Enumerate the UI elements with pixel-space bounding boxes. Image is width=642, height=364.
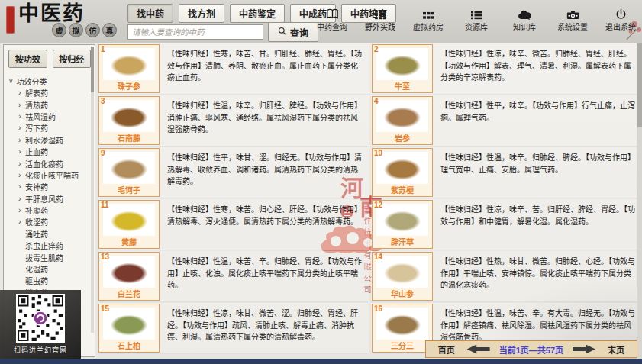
prev-page-button[interactable]	[467, 345, 490, 354]
sidebar-tree-item[interactable]: › 拔毒生肌药	[8, 251, 92, 263]
herb-photo-frame[interactable]: 10 紫苏梗	[372, 148, 433, 197]
sidebar-tree-item[interactable]: › 平肝息风药	[8, 193, 92, 205]
herb-photo	[376, 256, 428, 288]
herb-name: 紫苏梗	[373, 184, 432, 195]
sidebar-tree-item[interactable]: › 驱虫药	[8, 275, 92, 286]
sidebar-tab-by-meridian[interactable]: 按归经	[53, 50, 92, 68]
herb-index: 15	[101, 304, 109, 313]
sidebar-tree-item[interactable]: › 祛风湿药	[8, 111, 92, 122]
sidebar-tree-item[interactable]: › 化痰止咳平喘药	[8, 169, 92, 181]
herb-photo-frame[interactable]: 3 石南藤	[98, 96, 160, 145]
herb-name: 石南藤	[99, 132, 159, 143]
herb-index: 10	[374, 149, 382, 157]
sidebar-tree-item[interactable]: › 杀虫止痒药	[8, 240, 92, 251]
herb-name: 华山参	[373, 288, 432, 299]
logo-badge: 拟	[69, 23, 83, 37]
toolbar-item[interactable]: 系统设置	[554, 7, 591, 32]
herb-photo-frame[interactable]: 9 毛诃子	[98, 148, 160, 197]
herb-description: 【性味归经】性凉，味甘、微苦、涩。归肺经、胃经、肝经。【功效与作用】疏风、清肺止…	[160, 303, 369, 343]
herb-card[interactable]: 11 黄藤 【性味归经】性寒，味苦。归心经、肝经。【功效与作用】清热解毒、泻火通…	[98, 199, 369, 250]
herb-photo	[103, 100, 155, 132]
logo-subtitle-badges: 虚拟仿真	[52, 23, 117, 37]
sidebar-tree-item[interactable]: › 补虚药	[8, 205, 92, 216]
first-page-button[interactable]: 首页	[435, 343, 458, 356]
herb-index: 1	[101, 45, 105, 53]
tree-root-node[interactable]: ∨ 功效分类	[8, 75, 92, 87]
sidebar-tab-by-effect[interactable]: 按功效	[8, 50, 47, 68]
herb-card[interactable]: 9 毛诃子 【性味归经】性平，味甘、涩。归经无。【功效与作用】清热解毒、收敛养血…	[98, 147, 369, 198]
sidebar-scrollbar[interactable]	[91, 47, 94, 333]
herb-photo-frame[interactable]: 1 珠子参	[98, 44, 160, 93]
chevron-right-icon: ›	[18, 159, 22, 168]
herb-description: 【性味归经】性热，味甘、微苦。归肺经、心经。【功效与作用】平喘止咳、安神镇惊。属…	[433, 251, 642, 292]
sidebar-tree-item[interactable]: › 活血化瘀药	[8, 157, 92, 169]
herb-photo-frame[interactable]: 13 白兰花	[98, 252, 160, 301]
field-grid-icon	[375, 7, 386, 20]
sidebar-tree-item[interactable]: › 清热药	[8, 98, 92, 110]
herb-photo-frame[interactable]: 11 黄藤	[98, 200, 160, 249]
logo-badge: 真	[102, 23, 117, 37]
search-button[interactable]: 查询	[268, 22, 318, 42]
toolbar-item[interactable]: 中药查询	[314, 7, 350, 32]
herb-index: 12	[374, 201, 382, 209]
page-indicator: 当前1页—共57页	[499, 343, 563, 356]
herb-photo-frame[interactable]: 16 三分三	[372, 304, 433, 353]
herb-index: 3	[101, 97, 105, 105]
chevron-right-icon: ›	[18, 136, 22, 144]
herb-description: 【性味归经】性凉，味辛、苦。归肝经、脾经、胃经。【功效与作用】和中健胃，解暑化湿…	[433, 199, 642, 227]
search-bar: 查询	[127, 22, 318, 42]
herb-card[interactable]: 12 辟汗草 【性味归经】性凉，味辛、苦。归肝经、脾经、胃经。【功效与作用】和中…	[371, 199, 642, 250]
herb-card[interactable]: 1 珠子参 【性味归经】性寒，味苦、甘。归肝经、肺经、胃经。【功效与作用】清肺、…	[98, 43, 369, 95]
herb-photo	[103, 308, 155, 340]
nav-button[interactable]: 找方剂	[179, 4, 224, 23]
herb-photo-frame[interactable]: 15 石上柏	[98, 304, 160, 353]
toolbar-item[interactable]: 虚拟药房	[410, 7, 447, 32]
herb-card[interactable]: 13 白兰花 【性味归经】性温，味苦、辛。归肺经、胃经。【功效与作用】止咳、化浊…	[98, 251, 369, 302]
logo-badge: 虚	[52, 23, 66, 37]
herb-card[interactable]: 3 石南藤 【性味归经】性温，味辛。归肝经、脾经。【功效与作用】消肿止痛、驱风寒…	[98, 95, 369, 147]
toolbar-item[interactable]: 资源库	[458, 7, 495, 32]
sidebar-tree-item[interactable]: › 涌吐药	[8, 228, 92, 240]
content-scrollbar[interactable]	[637, 43, 642, 364]
herb-photo-frame[interactable]: 14 华山参	[372, 252, 433, 301]
herb-description: 【性味归经】性寒，味苦、甘。归肝经、肺经、胃经。【功效与作用】清肺、养阴、散瘀止…	[160, 43, 369, 84]
herb-description: 【性味归经】性凉，味辛、微苦。归肺经、胃经、肝经。【功效与作用】解表、理气、清暑…	[433, 43, 642, 84]
herb-card[interactable]: 10 紫苏梗 【性味归经】性温，味辛。归肺经、脾经。【功效与作用】理气宽中、止痛…	[371, 147, 642, 198]
herb-photo-frame[interactable]: 4 岩参	[372, 96, 433, 145]
toolbar-item[interactable]: 知识库	[506, 7, 543, 32]
herb-photo-frame[interactable]: 12 辟汗草	[372, 200, 433, 249]
herb-photo-frame[interactable]: 2 牛至	[372, 44, 433, 93]
sidebar-tree-item[interactable]: › 泻下药	[8, 122, 92, 134]
header-toolbar: 中药查询 野外实践 虚拟药房 资源库 知识库 系统设置 退出系统	[314, 7, 639, 32]
header: 中医药 虚拟仿真 找中药找方剂中药鉴定中成药中药培育 查询 中药查询 野外实践 …	[0, 0, 642, 43]
sidebar-tree-item[interactable]: › 利水渗湿药	[8, 134, 92, 146]
sidebar-tree-item[interactable]: › 安神药	[8, 181, 92, 192]
toolbar-item[interactable]: 野外实践	[362, 7, 398, 32]
herb-card[interactable]: 2 牛至 【性味归经】性凉，味辛、微苦。归肺经、胃经、肝经。【功效与作用】解表、…	[371, 43, 642, 95]
herb-photo	[376, 48, 428, 80]
herb-name: 牛至	[373, 80, 432, 92]
herb-name: 岩参	[373, 132, 432, 143]
sidebar-tree-item[interactable]: › 化湿药	[8, 263, 92, 275]
herb-photo	[103, 204, 155, 236]
nav-button[interactable]: 中药鉴定	[230, 4, 285, 23]
last-page-button[interactable]: 末页	[605, 343, 627, 356]
next-page-button[interactable]	[573, 345, 595, 354]
herb-name: 石上柏	[99, 340, 159, 351]
sidebar-tree-item[interactable]: › 止血药	[8, 146, 92, 157]
power-icon	[615, 7, 627, 20]
herb-photo	[103, 48, 155, 80]
herb-description: 【性味归经】性平，味甘、涩。归经无。【功效与作用】清热解毒、收敛养血、调和诸药。…	[160, 147, 369, 188]
herb-card[interactable]: 15 石上柏 【性味归经】性凉，味甘、微苦、涩。归肺经、胃经、肝经。【功效与作用…	[98, 303, 369, 354]
herb-name: 白兰花	[99, 288, 159, 299]
search-input[interactable]	[127, 24, 263, 40]
nav-button[interactable]: 找中药	[127, 4, 173, 23]
sidebar-tree-item[interactable]: › 解表药	[8, 87, 92, 98]
toolbar-item[interactable]: 退出系统	[602, 7, 639, 32]
herb-card[interactable]: 14 华山参 【性味归经】性热，味甘、微苦。归肺经、心经。【功效与作用】平喘止咳…	[371, 251, 642, 302]
herb-description: 【性味归经】性温，味苦、辛。有大毒。归经无。【功效与作用】解痉镇痛、祛风除湿。属…	[433, 303, 642, 343]
herb-name: 毛诃子	[99, 184, 159, 195]
herb-card[interactable]: 4 岩参 【性味归经】性平，味辛。【功效与作用】行气止痛，止泻痢。属理气药。	[371, 95, 642, 147]
sidebar-tree-item[interactable]: › 收涩药	[8, 216, 92, 227]
book-icon	[326, 7, 339, 20]
